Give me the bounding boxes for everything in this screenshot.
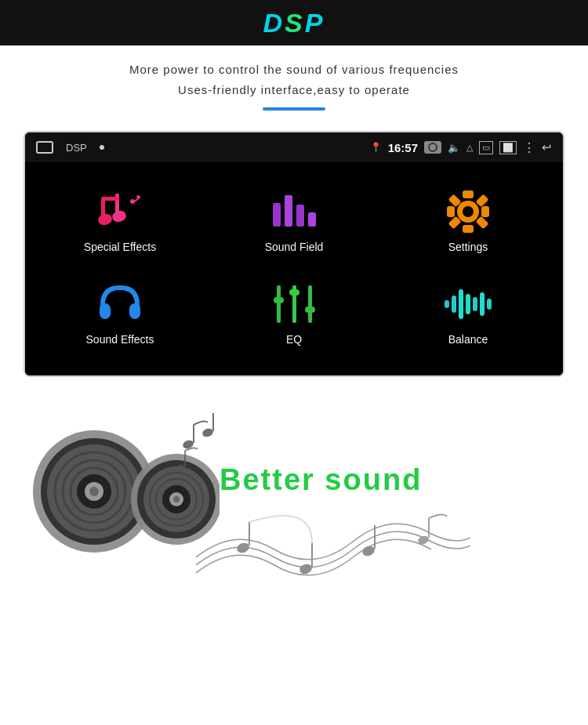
svg-rect-31 [452,295,456,313]
eq-label: EQ [286,333,302,346]
location-icon: 📍 [370,142,382,153]
svg-rect-13 [463,225,474,233]
camera-icon [424,141,441,154]
svg-rect-8 [273,203,281,227]
accent-divider [263,107,325,111]
sound-effects-icon [95,281,145,327]
window-icon: ⬜ [499,141,517,154]
better-sound-section: Better sound [0,390,588,562]
svg-point-1 [96,212,113,227]
svg-rect-15 [481,206,489,217]
sound-effects-label: Sound Effects [86,333,154,346]
svg-point-45 [89,487,99,496]
subtitle-line1: More power to control the sound of vario… [31,60,557,80]
dsp-screen: DSP 📍 16:57 🔈 △ ▭ ⬜ ⋮ ↩ [24,131,564,377]
svg-rect-30 [445,300,449,308]
better-sound-label: Better sound [220,463,572,497]
sound-field-label: Sound Field [265,241,324,253]
special-effects-cell[interactable]: Special Effects [33,175,207,267]
special-effects-label: Special Effects [84,241,156,253]
svg-rect-17 [476,194,489,208]
eq-icon [269,281,319,327]
svg-point-64 [361,544,376,557]
svg-point-53 [173,496,180,502]
svg-rect-34 [473,297,477,311]
svg-point-60 [235,541,250,554]
svg-rect-12 [463,190,474,198]
speaker-illustration [16,397,204,562]
status-bar-right: 📍 16:57 🔈 △ ▭ ⬜ ⋮ ↩ [370,140,552,155]
balance-icon [443,281,493,327]
home-icon [36,141,53,154]
sound-field-icon [269,189,319,234]
svg-rect-22 [100,303,111,319]
back-icon: ↩ [542,140,552,154]
subtitle-section: More power to control the sound of vario… [0,45,588,118]
page-title: DSP [263,8,325,38]
eq-cell[interactable]: EQ [207,267,381,360]
svg-rect-9 [285,195,292,227]
svg-rect-36 [487,299,492,310]
svg-point-21 [463,206,474,217]
svg-rect-35 [480,292,485,316]
sound-field-cell[interactable]: Sound Field [207,175,381,267]
balance-cell[interactable]: Balance [381,267,555,360]
subtitle-line2: Uses-friendly interface,easy to operate [31,80,557,100]
svg-point-62 [298,562,313,575]
svg-rect-29 [305,306,315,313]
header: DSP [0,0,588,45]
svg-point-3 [111,209,127,223]
svg-rect-28 [308,285,312,323]
status-dot [100,145,104,150]
time-display: 16:57 [388,141,418,154]
volume-icon: 🔈 [448,142,460,154]
app-name-label: DSP [66,142,87,154]
app-icons-grid: Special Effects Sound Field [25,162,563,375]
sound-effects-cell[interactable]: Sound Effects [33,267,207,360]
svg-point-56 [201,427,215,438]
settings-label: Settings [448,241,488,253]
status-bar: DSP 📍 16:57 🔈 △ ▭ ⬜ ⋮ ↩ [25,132,563,162]
svg-rect-4 [101,197,119,201]
svg-rect-19 [476,216,489,230]
svg-rect-10 [296,205,304,227]
svg-rect-33 [466,294,470,314]
more-icon: ⋮ [523,140,535,155]
balance-label: Balance [448,333,488,346]
settings-icon [443,189,493,234]
triangle-icon: △ [466,143,473,153]
svg-rect-23 [129,303,140,319]
svg-rect-25 [274,297,284,303]
settings-cell[interactable]: Settings [381,175,555,267]
svg-rect-27 [289,289,299,295]
svg-point-5 [130,199,135,204]
screen-icon: ▭ [479,141,493,154]
svg-rect-32 [459,289,463,319]
svg-rect-24 [277,285,281,323]
svg-rect-11 [308,212,316,227]
special-effects-icon [95,189,145,234]
svg-rect-14 [447,206,455,217]
